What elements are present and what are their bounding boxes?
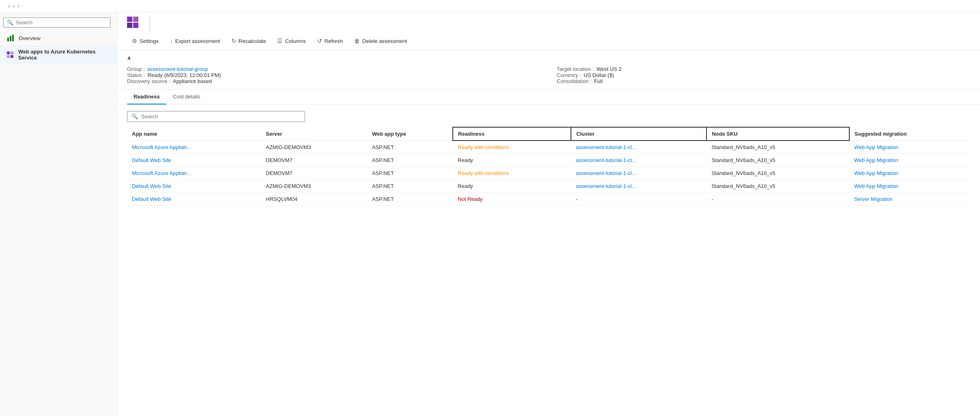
- refresh-button[interactable]: ↺Refresh: [312, 35, 348, 47]
- recalculate-icon: ↻: [231, 38, 236, 44]
- export-label: Export assessment: [175, 38, 220, 44]
- table-body: Microsoft Azure Applian...AZMIG-DEMOVM3A…: [127, 141, 970, 206]
- recalculate-button[interactable]: ↻Recalculate: [227, 35, 271, 47]
- svg-rect-4: [11, 51, 13, 54]
- settings-icon: ⚙: [132, 38, 137, 44]
- essentials-left-row-0: Group :assessment-tutorial-group: [127, 66, 541, 72]
- cell-suggested-0[interactable]: Web App Migration: [849, 141, 970, 154]
- export-button[interactable]: ↓Export assessment: [165, 35, 225, 47]
- tab-cost[interactable]: Cost details: [166, 90, 207, 104]
- col-header-appname[interactable]: App name: [127, 127, 261, 141]
- settings-button[interactable]: ⚙Settings: [127, 35, 163, 47]
- cell-suggested-4[interactable]: Server Migration: [849, 193, 970, 206]
- svg-rect-1: [10, 36, 11, 41]
- cell-appname-1[interactable]: Default Web Site: [127, 154, 261, 167]
- header-divider: [150, 16, 150, 32]
- sidebar-item-overview[interactable]: Overview: [0, 31, 117, 45]
- toolbar: ⚙Settings↓Export assessment↻Recalculate☰…: [117, 32, 980, 50]
- essentials-right-row-2: Consolidation :Full: [557, 78, 970, 84]
- refresh-icon: ↺: [317, 38, 322, 44]
- essentials-collapse-icon: ∧: [127, 55, 131, 61]
- assessment-icon: [127, 17, 138, 28]
- essentials-grid: Group :assessment-tutorial-groupStatus :…: [127, 66, 970, 84]
- table-header: App nameServerWeb app typeReadinessClust…: [127, 127, 970, 141]
- cell-suggested-3[interactable]: Web App Migration: [849, 180, 970, 193]
- col-header-suggested[interactable]: Suggested migration: [849, 127, 970, 141]
- cell-cluster-0[interactable]: assessment-tutorial-1-cl...: [571, 141, 706, 154]
- svg-rect-3: [7, 51, 10, 54]
- cell-webapptype-2: ASP.NET: [367, 167, 453, 180]
- sidebar-search-input[interactable]: [16, 19, 107, 26]
- sidebar-search-container: 🔍: [3, 17, 110, 28]
- delete-icon: 🗑: [354, 38, 360, 44]
- table-search-icon: 🔍: [132, 113, 138, 119]
- essentials-label: Status: [127, 72, 142, 78]
- col-header-cluster[interactable]: Cluster: [571, 127, 706, 141]
- sidebar-item-label-webapps: Web apps to Azure Kubernetes Service: [18, 49, 110, 61]
- cell-webapptype-3: ASP.NET: [367, 180, 453, 193]
- svg-rect-6: [11, 55, 13, 58]
- cell-appname-3[interactable]: Default Web Site: [127, 180, 261, 193]
- cell-nodesku-2: Standard_NV6ads_A10_v5: [706, 167, 849, 180]
- columns-label: Columns: [285, 38, 305, 44]
- table-search-container: 🔍: [127, 111, 305, 122]
- breadcrumb: › › ›: [0, 0, 980, 13]
- cell-cluster-3[interactable]: assessment-tutorial-1-cl...: [571, 180, 706, 193]
- table-row: Default Web SiteAZMIG-DEMOVM3ASP.NETRead…: [127, 180, 970, 193]
- col-header-server[interactable]: Server: [261, 127, 367, 141]
- cell-server-1: DEMOVM7: [261, 154, 367, 167]
- sidebar-collapse-button[interactable]: [112, 22, 114, 25]
- cell-cluster-2[interactable]: assessment-tutorial-1-cl...: [571, 167, 706, 180]
- tab-readiness[interactable]: Readiness: [127, 90, 166, 104]
- essentials-value: Appliance based: [173, 78, 212, 84]
- essentials-value: West US 2: [596, 66, 622, 72]
- cell-nodesku-4: -: [706, 193, 849, 206]
- cell-readiness-1: Ready: [453, 154, 571, 167]
- sidebar: 🔍 Overview Web apps to Azure Kubernetes …: [0, 13, 117, 416]
- col-header-readiness[interactable]: Readiness: [453, 127, 571, 141]
- sidebar-item-webapps[interactable]: Web apps to Azure Kubernetes Service: [0, 45, 117, 64]
- refresh-label: Refresh: [325, 38, 343, 44]
- essentials-label: Target location: [557, 66, 591, 72]
- cell-appname-4[interactable]: Default Web Site: [127, 193, 261, 206]
- table-row: Default Web SiteDEMOVM7ASP.NETReadyasses…: [127, 154, 970, 167]
- main-content: ⚙Settings↓Export assessment↻Recalculate☰…: [117, 13, 980, 416]
- essentials-value[interactable]: assessment-tutorial-group: [147, 66, 208, 72]
- essentials-right: Target location :West US 2Currency :US D…: [557, 66, 970, 84]
- recalculate-label: Recalculate: [239, 38, 266, 44]
- columns-button[interactable]: ☰Columns: [272, 35, 310, 47]
- cell-webapptype-1: ASP.NET: [367, 154, 453, 167]
- page-header: [117, 13, 980, 32]
- cell-readiness-2[interactable]: Ready with conditions: [453, 167, 571, 180]
- cell-server-2: DEMOVM7: [261, 167, 367, 180]
- table-row: Microsoft Azure Applian...AZMIG-DEMOVM3A…: [127, 141, 970, 154]
- grid-icon: [6, 51, 14, 59]
- svg-rect-5: [7, 55, 10, 58]
- col-header-webapptype[interactable]: Web app type: [367, 127, 453, 141]
- cell-readiness-4[interactable]: Not Ready: [453, 193, 571, 206]
- cell-suggested-2[interactable]: Web App Migration: [849, 167, 970, 180]
- cell-nodesku-3: Standard_NV6ads_A10_v5: [706, 180, 849, 193]
- tabs: ReadinessCost details: [117, 90, 980, 104]
- col-header-nodesku[interactable]: Node SKU: [706, 127, 849, 141]
- cell-nodesku-1: Standard_NV6ads_A10_v5: [706, 154, 849, 167]
- svg-rect-0: [7, 38, 9, 41]
- settings-label: Settings: [140, 38, 159, 44]
- essentials-left-row-1: Status :Ready (8/9/2023, 12:00:01 PM): [127, 72, 541, 78]
- essentials-value: Ready (8/9/2023, 12:00:01 PM): [147, 72, 221, 78]
- cell-cluster-1[interactable]: assessment-tutorial-1-cl...: [571, 154, 706, 167]
- cell-appname-0[interactable]: Microsoft Azure Applian...: [127, 141, 261, 154]
- table-search-input[interactable]: [141, 113, 301, 119]
- cell-suggested-1[interactable]: Web App Migration: [849, 154, 970, 167]
- cell-server-0: AZMIG-DEMOVM3: [261, 141, 367, 154]
- sidebar-nav: Overview Web apps to Azure Kubernetes Se…: [0, 31, 117, 64]
- cell-server-3: AZMIG-DEMOVM3: [261, 180, 367, 193]
- delete-button[interactable]: 🗑Delete assessment: [349, 35, 412, 47]
- essentials-left-row-2: Discovery source :Appliance based: [127, 78, 541, 84]
- cell-nodesku-0: Standard_NV6ads_A10_v5: [706, 141, 849, 154]
- cell-cluster-4: -: [571, 193, 706, 206]
- essentials-header[interactable]: ∧: [127, 55, 970, 61]
- cell-appname-2[interactable]: Microsoft Azure Applian...: [127, 167, 261, 180]
- svg-rect-2: [12, 35, 14, 41]
- cell-readiness-0[interactable]: Ready with conditions: [453, 141, 571, 154]
